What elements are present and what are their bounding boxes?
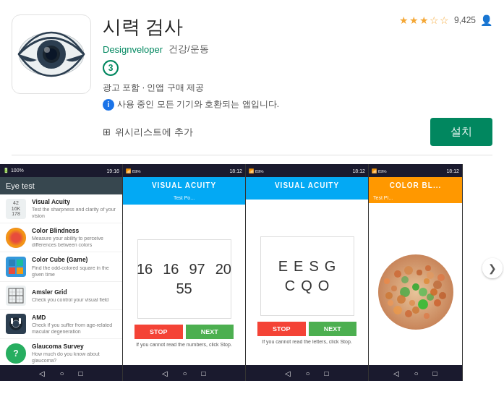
status-bar-2: 📶 83% 18:12	[123, 164, 245, 177]
app-icon	[12, 14, 91, 94]
svg-rect-6	[17, 260, 23, 266]
svg-point-47	[385, 292, 393, 299]
svg-point-35	[409, 300, 415, 306]
star-icons: ★★★☆☆	[399, 14, 450, 26]
app-header: 시력 검사 ★★★☆☆ 9,425 👤 Designveloper 건강/운동 …	[0, 0, 504, 155]
svg-point-39	[412, 307, 419, 314]
visual-header-2: VISUAL ACUITY	[123, 177, 245, 194]
hint-2: If you cannot read the numbers, click St…	[132, 342, 236, 347]
test-area-letters: E E S G C Q O	[260, 236, 354, 316]
screenshot-2: 📶 83% 18:12 VISUAL ACUITY Test Po... 16 …	[123, 164, 246, 381]
button-row-2: STOP NEXT	[130, 325, 238, 339]
app-info-section: 시력 검사 ★★★☆☆ 9,425 👤 Designveloper 건강/운동 …	[103, 14, 492, 146]
status-bar-3: 📶 83% 18:12	[246, 164, 368, 177]
visual-subheader-2: Test Po...	[123, 194, 245, 205]
svg-point-46	[384, 278, 390, 284]
svg-point-49	[405, 310, 412, 317]
person-icon: 👤	[480, 14, 492, 26]
svg-point-4	[44, 47, 50, 53]
nav-bar-1: ◁ ○ □	[0, 365, 122, 381]
svg-rect-5	[9, 260, 15, 266]
list-item: AMD Check if you suffer from age-related…	[0, 310, 122, 339]
letters-row1: E E S G	[278, 258, 336, 275]
info-icon: i	[103, 99, 114, 111]
svg-point-34	[397, 295, 406, 304]
ads-text: 광고 포함 · 인앱 구매 제공	[103, 82, 492, 94]
svg-rect-7	[9, 267, 15, 274]
svg-point-40	[401, 276, 409, 283]
nav-bar-2: ◁ ○ □	[123, 365, 245, 381]
svg-text:?: ?	[13, 348, 18, 359]
compatible-text: 사용 중인 모든 기기와 호환되는 앱입니다.	[117, 98, 279, 111]
developer-line: Designveloper 건강/운동	[103, 43, 492, 56]
svg-point-41	[424, 278, 430, 284]
scroll-right-button[interactable]: ❯	[482, 258, 503, 278]
color-content	[369, 203, 462, 381]
screenshot-3: 📶 83% 18:12 VISUAL ACUITY E E S G C Q	[246, 164, 369, 381]
chevron-right-icon: ❯	[488, 262, 497, 274]
svg-point-42	[434, 299, 441, 307]
visual-subheader-3	[246, 194, 368, 200]
stop-button-3[interactable]: STOP	[257, 322, 306, 336]
eyetest-list: 4216K178 Visual Acuity Test the sharpnes…	[0, 194, 122, 381]
screenshot-4: 📶 83% 18:12 COLOR BL... Test PI...	[369, 164, 463, 381]
svg-point-36	[418, 299, 428, 309]
svg-point-24	[394, 270, 401, 278]
nav-bar-4: ◁ ○ □	[369, 365, 462, 381]
install-button[interactable]: 설치	[430, 118, 492, 146]
svg-rect-19	[19, 318, 21, 324]
svg-point-28	[433, 280, 442, 289]
rating-section: ★★★☆☆ 9,425 👤	[399, 14, 492, 26]
svg-rect-18	[11, 318, 13, 324]
status-bar-4: 📶 83% 18:12	[369, 164, 462, 177]
test-area-numbers: 16 16 97 20 55	[137, 239, 231, 319]
color-header: COLOR BL...	[369, 177, 462, 194]
visual-content-2: 16 16 97 20 55 STOP NEXT If you cannot r…	[123, 205, 245, 381]
list-item: 4216K178 Visual Acuity Test the sharpnes…	[0, 194, 122, 223]
stop-button-2[interactable]: STOP	[134, 325, 183, 339]
compatible-line: i 사용 중인 모든 기기와 호환되는 앱입니다.	[103, 98, 492, 111]
next-button-3[interactable]: NEXT	[309, 322, 357, 336]
svg-point-37	[430, 288, 437, 296]
screenshot-1: 🔋 100% 19:16 Eye test 4216K178 Visual Ac…	[0, 164, 123, 381]
visual-content-3: E E S G C Q O STOP NEXT If you cannot re	[246, 200, 368, 381]
svg-point-48	[439, 292, 446, 299]
svg-point-43	[393, 306, 402, 314]
svg-point-17	[12, 320, 20, 327]
letters-row2: C Q O	[285, 278, 330, 294]
wishlist-label: 위시리스트에 추가	[115, 126, 193, 139]
svg-point-23	[378, 254, 453, 330]
button-row-3: STOP NEXT	[253, 322, 361, 336]
wishlist-button[interactable]: ⊞ 위시리스트에 추가	[103, 126, 193, 139]
visual-header-3: VISUAL ACUITY	[246, 177, 368, 194]
color-subheader: Test PI...	[369, 194, 462, 203]
rating-count: 9,425	[454, 15, 476, 25]
nav-bar-3: ◁ ○ □	[246, 365, 368, 381]
app-title: 시력 검사	[103, 14, 183, 40]
list-item: Amsler Grid Check you control your visua…	[0, 282, 122, 310]
next-button-2[interactable]: NEXT	[186, 325, 234, 339]
screenshots-section: 🔋 100% 19:16 Eye test 4216K178 Visual Ac…	[0, 155, 504, 381]
list-item: Color Cube (Game) Find the odd-colored s…	[0, 252, 122, 281]
eyetest-header: Eye test	[0, 177, 122, 194]
svg-point-45	[437, 274, 445, 281]
svg-point-27	[427, 272, 434, 279]
svg-point-44	[425, 265, 431, 271]
list-item: ? Glaucoma Survey How much do you know a…	[0, 339, 122, 368]
numbers-row1: 16 16 97 20	[137, 261, 231, 278]
status-bar-1: 🔋 100% 19:16	[0, 164, 122, 177]
svg-point-29	[391, 286, 397, 291]
wishlist-icon: ⊞	[103, 127, 111, 137]
numbers-row2: 55	[176, 280, 192, 297]
hint-3: If you cannot read the letters, click St…	[257, 339, 356, 344]
version-badge: 3	[103, 60, 119, 76]
svg-point-25	[404, 266, 413, 275]
svg-rect-8	[17, 267, 23, 274]
developer-name[interactable]: Designveloper	[103, 44, 163, 55]
svg-point-38	[388, 300, 393, 306]
svg-point-32	[419, 288, 427, 296]
list-item: Color Blindness Measure your ability to …	[0, 223, 122, 252]
category: 건강/운동	[168, 43, 209, 56]
svg-point-31	[412, 283, 419, 291]
svg-point-50	[424, 313, 430, 319]
